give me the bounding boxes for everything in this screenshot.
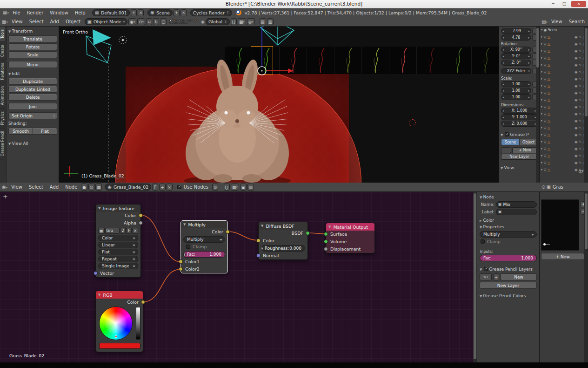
- users-count-button[interactable]: 2: [120, 228, 126, 234]
- expand-icon[interactable]: ▸: [541, 48, 543, 55]
- displacement-socket[interactable]: [324, 247, 328, 251]
- outliner-row[interactable]: ▸▽△◉↖▣: [540, 103, 588, 110]
- visibility-icon[interactable]: ◉: [575, 131, 578, 138]
- shade-flat-button[interactable]: Flat: [33, 128, 57, 135]
- blend-type-select[interactable]: Multiply: [183, 236, 225, 243]
- editor-type-icon[interactable]: ◉▾: [2, 185, 7, 190]
- layer-dot[interactable]: [195, 20, 197, 21]
- scrollbar[interactable]: [584, 27, 588, 183]
- normal-socket[interactable]: [256, 253, 261, 258]
- rotation-x-field[interactable]: ◂X: 90°▸: [501, 47, 531, 53]
- mode-selector[interactable]: ▣ Object Mode ▾: [85, 18, 128, 25]
- panel-properties[interactable]: ▼Properties: [480, 224, 537, 230]
- layer-grid[interactable]: [169, 20, 199, 24]
- scrollbar[interactable]: [473, 192, 477, 362]
- expand-icon[interactable]: ▸: [541, 82, 543, 89]
- pin-icon[interactable]: ⊙: [541, 185, 545, 190]
- selectability-icon[interactable]: ↖: [579, 138, 582, 145]
- layer-dot[interactable]: [169, 22, 171, 24]
- menu-window[interactable]: Window: [47, 10, 71, 15]
- scene-selector[interactable]: ◉ Scene: [147, 9, 173, 16]
- clamp-row[interactable]: Clamp: [480, 239, 537, 244]
- expand-icon[interactable]: ▸: [541, 75, 543, 82]
- visibility-icon[interactable]: ◉: [575, 55, 578, 61]
- scrollbar[interactable]: [536, 27, 539, 183]
- snap-magnet-icon[interactable]: ⋃: [231, 18, 237, 25]
- material-add-button[interactable]: +: [159, 184, 165, 191]
- color-socket[interactable]: [256, 239, 261, 243]
- visibility-icon[interactable]: ◉: [575, 138, 578, 145]
- duplicate-button[interactable]: Duplicate: [8, 78, 57, 85]
- editor-type-icon[interactable]: ▦▾: [3, 10, 9, 15]
- node-header[interactable]: ▼Diffuse BSDF: [259, 222, 307, 230]
- preview-new-button[interactable]: + New: [541, 253, 584, 260]
- outliner-view-menu[interactable]: View: [548, 19, 565, 24]
- gp-new-layer-button[interactable]: New Layer: [501, 154, 538, 160]
- node-multiply[interactable]: ▼Multiply Color Multiply Clamp Fac:1.000…: [180, 220, 228, 273]
- visibility-icon[interactable]: ◉: [575, 110, 578, 117]
- volume-socket[interactable]: [324, 239, 328, 244]
- expand-icon[interactable]: ▸: [541, 61, 543, 68]
- vector-socket[interactable]: [94, 271, 98, 275]
- expand-icon[interactable]: ▸: [541, 124, 543, 131]
- value-slider[interactable]: [136, 307, 140, 340]
- fake-user-button[interactable]: F: [126, 228, 132, 234]
- selectability-icon[interactable]: ↖: [579, 82, 582, 89]
- pin-icon[interactable]: ⊙: [212, 184, 218, 191]
- outliner-row[interactable]: ▸▽△◉↖▣: [540, 96, 588, 103]
- expand-icon[interactable]: ▸: [541, 138, 543, 145]
- minimize-button[interactable]: ─: [548, 1, 558, 7]
- panel-grease-pencil-colors[interactable]: ▼Grease Pencil Colors: [480, 293, 537, 299]
- expand-icon[interactable]: ▸: [541, 145, 543, 152]
- selectability-icon[interactable]: ↖: [579, 75, 582, 82]
- duplicate-linked-button[interactable]: Duplicate Linked: [8, 86, 57, 93]
- roughness-socket[interactable]: [261, 246, 263, 251]
- layer-dot[interactable]: [181, 22, 183, 24]
- panel-view[interactable]: ▼View: [501, 164, 538, 171]
- node-header[interactable]: ▼Image Texture: [96, 204, 140, 212]
- panel-view-all[interactable]: ▼View All: [7, 140, 59, 147]
- outliner-row[interactable]: ▸▽△◉↖▣: [540, 124, 588, 131]
- outliner-row[interactable]: ▸▽△◉↖▣: [540, 138, 588, 145]
- node-header[interactable]: ▼Material Output: [326, 223, 374, 231]
- gp-new-layer-button[interactable]: New Layer: [480, 282, 537, 289]
- expand-icon[interactable]: ▾: [541, 27, 543, 34]
- menu-render[interactable]: Render: [24, 10, 47, 15]
- rotation-z-field[interactable]: ◂Z: 0°▸: [501, 60, 531, 66]
- color-socket[interactable]: [226, 230, 230, 234]
- tab-animation[interactable]: Animation: [0, 83, 5, 109]
- viewport-shading-button[interactable]: ◉▾: [128, 18, 136, 25]
- snap-magnet-icon[interactable]: ⋃: [224, 184, 230, 191]
- node-material-output[interactable]: ▼Material Output Surface Volume Displace…: [326, 223, 375, 253]
- menu-view[interactable]: View: [9, 19, 26, 24]
- layer-dot[interactable]: [174, 20, 176, 21]
- snap-element-button[interactable]: ▦▾: [238, 18, 246, 25]
- scale-button[interactable]: Scale: [8, 51, 57, 58]
- selectability-icon[interactable]: ↖: [579, 159, 582, 166]
- scale-z-field[interactable]: ◂1.00▸: [501, 94, 531, 100]
- expand-icon[interactable]: ▸: [541, 96, 543, 103]
- expand-icon[interactable]: ▸: [541, 166, 543, 173]
- fac-slider[interactable]: Fac:1.000: [480, 255, 537, 261]
- expand-icon[interactable]: ▸: [541, 89, 543, 96]
- layer-dot[interactable]: [172, 22, 174, 24]
- gp-layers-checkbox[interactable]: [484, 267, 488, 271]
- manipulator-scale-icon[interactable]: ▢: [160, 18, 167, 25]
- visibility-icon[interactable]: ◉: [575, 48, 578, 55]
- image-id-row[interactable]: ▦ Gra 2 F ×: [98, 228, 138, 234]
- layer-dot[interactable]: [172, 20, 174, 21]
- outliner-row[interactable]: ▸▽△◉↖▣: [540, 82, 588, 89]
- outliner-row[interactable]: ▸▽△◉↖▣: [540, 159, 588, 166]
- layer-dot[interactable]: [188, 20, 190, 21]
- maximize-button[interactable]: □: [559, 1, 569, 7]
- outliner-row[interactable]: ▸▽△◉↖▣: [540, 68, 588, 75]
- scrollbar[interactable]: [584, 192, 588, 362]
- color1-socket[interactable]: [179, 259, 183, 264]
- node-canvas[interactable]: + ▼Image Texture Color Alpha ▦ Gra 2 F ×…: [0, 192, 473, 362]
- fake-user-button[interactable]: F: [152, 184, 158, 191]
- translate-button[interactable]: Translate: [8, 35, 57, 42]
- rotation-y-field[interactable]: ◂Y: 0°▸: [501, 53, 531, 59]
- location-y-field[interactable]: ◂-7.99▸: [501, 28, 531, 34]
- visibility-icon[interactable]: ◉: [575, 117, 578, 124]
- source-select[interactable]: Single Image: [98, 263, 138, 269]
